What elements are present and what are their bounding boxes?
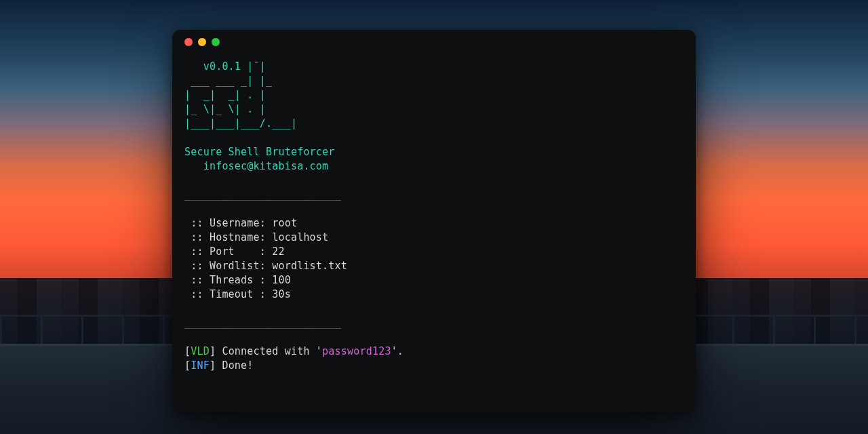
param-row: :: Timeout : 30s [184, 288, 291, 300]
minimize-icon[interactable] [198, 38, 206, 46]
param-value: 30s [272, 288, 291, 300]
window-titlebar[interactable] [172, 30, 696, 54]
banner-title: Secure Shell Bruteforcer [184, 146, 335, 158]
ascii-banner-line: v0.0.1 |¯| [184, 60, 266, 73]
param-value: localhost [272, 231, 328, 243]
log-text: '. [391, 345, 403, 357]
log-tag-inf: INF [191, 359, 210, 372]
log-text: ] Done! [210, 359, 254, 372]
separator-line: _________________________ [184, 189, 341, 201]
ascii-banner-line: ___ ___ _| |_ [184, 75, 272, 87]
log-text: ] Connected with ' [210, 345, 322, 357]
param-value: 22 [272, 245, 284, 258]
param-label: :: Threads : [184, 274, 272, 286]
terminal-output[interactable]: v0.0.1 |¯| ___ ___ _| |_ | _| _| . | |_ … [172, 54, 696, 385]
log-password: password123 [322, 345, 391, 357]
param-value: 100 [272, 274, 291, 286]
ascii-banner-line: | _| _| . | [184, 89, 266, 101]
terminal-window: v0.0.1 |¯| ___ ___ _| |_ | _| _| . | |_ … [172, 30, 696, 412]
param-value: root [272, 217, 297, 229]
ascii-banner-line: |___|___|___/.___| [184, 117, 297, 130]
banner-contact: infosec@kitabisa.com [184, 160, 328, 172]
desktop-wallpaper: v0.0.1 |¯| ___ ___ _| |_ | _| _| . | |_ … [0, 0, 868, 434]
param-row: :: Port : 22 [184, 245, 285, 258]
log-line-vld: [VLD] Connected with 'password123'. [184, 345, 403, 357]
param-row: :: Threads : 100 [184, 274, 291, 286]
param-label: :: Hostname: [184, 231, 272, 243]
param-value: wordlist.txt [272, 260, 347, 272]
log-tag-vld: VLD [191, 345, 210, 357]
ascii-banner-line: |_ \|_ \| . | [184, 103, 266, 115]
bracket-open: [ [184, 345, 191, 357]
zoom-icon[interactable] [212, 38, 220, 46]
param-label: :: Port : [184, 245, 272, 258]
param-label: :: Username: [184, 217, 272, 229]
param-label: :: Timeout : [184, 288, 272, 300]
bracket-open: [ [184, 359, 191, 372]
log-line-inf: [INF] Done! [184, 359, 254, 372]
close-icon[interactable] [184, 38, 193, 46]
param-label: :: Wordlist: [184, 260, 272, 272]
param-row: :: Wordlist: wordlist.txt [184, 260, 347, 272]
separator-line: _________________________ [184, 317, 341, 329]
param-row: :: Hostname: localhost [184, 231, 328, 243]
param-row: :: Username: root [184, 217, 297, 229]
